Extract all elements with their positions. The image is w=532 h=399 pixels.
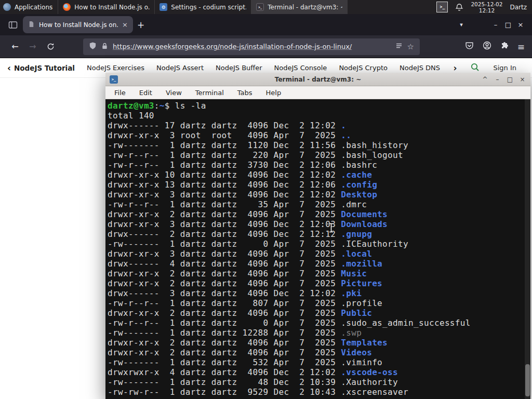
terminal-output-line: drwxr-xr-x 2 dartz dartz 4096 Apr 7 2025… [108, 269, 530, 278]
terminal-minimize-button[interactable]: – [494, 76, 501, 83]
terminal-menu-help[interactable]: Help [266, 89, 282, 97]
toolbar-right-icons: ≡ [465, 41, 532, 52]
site-nav-item[interactable]: NodeJS Assert [156, 64, 204, 72]
terminal-menu-tabs[interactable]: Tabs [237, 89, 252, 97]
site-nav-item[interactable]: NodeJS Tutorial [14, 64, 75, 72]
notification-bell-icon[interactable] [455, 3, 463, 11]
file-name: .gnupg [341, 229, 372, 239]
terminal-output[interactable]: dartz@vm3:~$ ls -latotal 140drwx------ 1… [105, 99, 530, 399]
firefox-view-icon[interactable] [8, 21, 18, 29]
settings-icon [159, 3, 167, 11]
bookmark-star-icon[interactable]: ☆ [407, 42, 414, 51]
window-close-button[interactable]: × [514, 21, 527, 29]
terminal-close-button[interactable]: × [518, 76, 526, 83]
tab-close-button[interactable]: × [122, 21, 128, 29]
terminal-menu-view[interactable]: View [166, 89, 182, 97]
window-maximize-button[interactable]: □ [502, 21, 514, 29]
terminal-output-line: -rw------- 1 dartz dartz 12288 Apr 7 202… [108, 328, 530, 338]
file-name: .swp [341, 328, 362, 338]
extension-icon[interactable] [500, 42, 509, 52]
back-button[interactable]: ← [6, 42, 24, 51]
panel-clock[interactable]: 2025-12-02 12:12 [471, 1, 502, 14]
terminal-output-line: -rw-r--r-- 1 dartz dartz 807 Apr 7 2025 … [108, 298, 530, 308]
terminal-output-line: drwxr-xr-x 3 dartz dartz 4096 Dec 2 12:0… [108, 190, 530, 200]
file-name: .profile [341, 298, 382, 308]
desktop-panel: Applications How to Install Node.js o...… [0, 0, 532, 14]
pocket-save-icon[interactable] [465, 41, 474, 52]
site-nav-item[interactable]: NodeJS Console [274, 64, 327, 72]
distro-logo-icon [3, 3, 11, 11]
site-nav-item[interactable]: NodeJS Exercises [87, 64, 144, 72]
reader-view-icon[interactable] [395, 42, 403, 51]
terminal-output-line: drwx------ 2 dartz dartz 4096 Dec 2 12:1… [108, 229, 530, 239]
terminal-output-line: -rw------- 1 dartz dartz 0 Apr 7 2025 .I… [108, 239, 530, 249]
hamburger-menu-icon[interactable]: ≡ [517, 42, 525, 52]
site-nav-item[interactable]: NodeJS Buffer [216, 64, 262, 72]
file-name: .config [341, 180, 377, 190]
terminal-menu-file[interactable]: File [114, 89, 126, 97]
terminal-scrollbar[interactable] [525, 99, 530, 399]
taskbar-item[interactable]: >_Terminal - dartz@vm3: ~ [251, 0, 348, 14]
clock-date: 2025-12-02 [471, 1, 502, 7]
terminal-output-line: -rw------- 1 dartz dartz 532 Apr 7 2025 … [108, 357, 530, 367]
taskbar-item[interactable]: Settings - codium script... [154, 0, 251, 14]
file-name: .mozilla [341, 259, 382, 269]
terminal-scrollbar-thumb[interactable] [525, 364, 530, 396]
terminal-output-line: drwx------ 3 dartz dartz 4096 Dec 2 12:0… [108, 288, 530, 298]
shield-icon[interactable] [89, 42, 97, 51]
terminal-output-line: total 140 [108, 111, 530, 121]
terminal-output-line: -rw------- 1 dartz dartz 1120 Dec 2 11:5… [108, 140, 530, 150]
file-name: .cache [341, 170, 372, 180]
terminal-window-buttons: ^ – □ × [481, 73, 526, 86]
terminal-output-line: drwxr-xr-x 3 root root 4096 Apr 7 2025 .… [108, 130, 530, 140]
account-icon[interactable] [483, 41, 491, 52]
clock-time: 12:12 [471, 7, 502, 14]
terminal-titlebar[interactable]: >_ Terminal - dartz@vm3: ~ ^ – □ × [105, 73, 530, 86]
file-name: .pki [341, 288, 362, 298]
file-name: .local [341, 249, 372, 259]
file-name: Templates [341, 338, 388, 348]
sign-in-link[interactable]: Sign In [493, 64, 516, 72]
terminal-output-line: drwxr-xr-x 3 dartz dartz 4096 Dec 2 12:0… [108, 219, 530, 229]
site-nav-items: NodeJS TutorialNodeJS ExercisesNodeJS As… [14, 64, 470, 72]
terminal-output-line: drwxr-xr-x 13 dartz dartz 4096 Dec 2 12:… [108, 180, 530, 190]
file-name: .bash_logout [341, 150, 403, 160]
mouse-cursor-ibeam [328, 223, 334, 235]
reload-button[interactable] [42, 43, 59, 50]
lock-icon[interactable] [101, 42, 108, 51]
url-text[interactable]: https://www.geeksforgeeks.org/node-js/in… [113, 43, 391, 50]
tray-terminal-icon[interactable]: >_ [436, 2, 448, 12]
new-tab-button[interactable]: + [133, 20, 149, 30]
site-nav-right-chevron[interactable]: › [453, 63, 457, 73]
window-minimize-button[interactable]: – [489, 21, 502, 29]
prompt-path: ~ [159, 101, 165, 111]
applications-menu-button[interactable]: Applications [15, 0, 58, 14]
file-name: .xscreensaver [341, 387, 408, 397]
tab-list-chevron-icon[interactable]: ▾ [455, 21, 468, 28]
file-name: Desktop [341, 190, 377, 200]
terminal-maximize-button[interactable]: □ [506, 76, 514, 83]
site-search-icon[interactable] [470, 62, 480, 73]
panel-user-label: Dartz [510, 4, 527, 11]
site-nav-item[interactable]: NodeJS Crypto [339, 64, 388, 72]
tab-bar: How to Install Node.js on... × + ▾ – □ × [0, 14, 532, 35]
taskbar-item[interactable]: How to Install Node.js o... [58, 0, 154, 14]
address-bar[interactable]: https://www.geeksforgeeks.org/node-js/in… [83, 38, 420, 55]
terminal-shade-button[interactable]: ^ [481, 76, 489, 83]
file-name: .ICEauthority [341, 239, 408, 249]
file-name: Pictures [341, 278, 382, 288]
browser-tab[interactable]: How to Install Node.js on... × [23, 16, 133, 33]
taskbar-item-title: How to Install Node.js o... [74, 4, 150, 11]
file-name: .viminfo [341, 357, 382, 367]
site-nav-item[interactable]: NodeJS DNS [400, 64, 440, 72]
terminal-icon: >_ [256, 3, 264, 11]
terminal-output-line: drwxr-xr-x 3 dartz dartz 4096 Apr 7 2025… [108, 249, 530, 259]
terminal-menu-terminal[interactable]: Terminal [195, 89, 224, 97]
file-name: .bash_history [341, 140, 408, 150]
site-nav-left-chevron[interactable]: ‹ [0, 63, 14, 73]
terminal-output-line: drwxr-xr-x 10 dartz dartz 4096 Dec 2 12:… [108, 170, 530, 180]
forward-button[interactable]: → [24, 42, 42, 51]
terminal-menu-edit[interactable]: Edit [139, 89, 152, 97]
taskbar-item-title: Settings - codium script... [171, 4, 246, 11]
terminal-output-line: -rw------- 1 dartz dartz 48 Dec 2 10:39 … [108, 377, 530, 387]
